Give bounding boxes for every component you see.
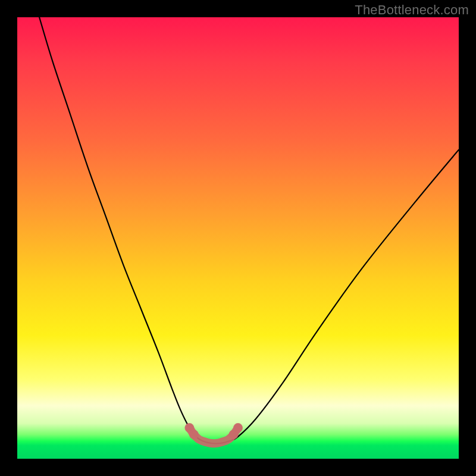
curve-layer	[17, 17, 459, 459]
bottleneck-curve	[39, 17, 459, 444]
watermark-text: TheBottleneck.com	[355, 2, 469, 18]
chart-frame: TheBottleneck.com	[0, 0, 476, 476]
valley-marker-dot	[233, 423, 243, 433]
valley-marker-dots	[184, 423, 243, 439]
plot-area	[17, 17, 459, 459]
valley-marker-dot	[189, 430, 199, 439]
